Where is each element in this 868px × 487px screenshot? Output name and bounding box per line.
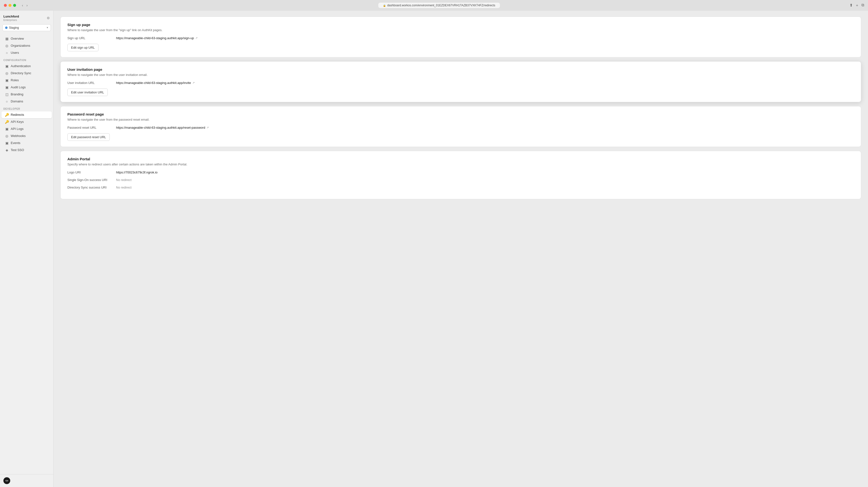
sign-up-url-field: Sign up URL https://manageable-child-63-… [67,36,854,40]
sidebar-nav: ▦ Overview ◎ Organizations ○ Users CONFI… [0,34,53,474]
sidebar: Lunchford Enterprises ⚙ Staging ▾ ▦ Over… [0,11,54,487]
sso-success-field: Single Sign-On success URI No redirect [67,178,854,182]
browser-nav: ‹ › [21,3,28,8]
user-invitation-url-field: User invitation URL https://manageable-c… [67,81,854,85]
card-description: Where to navigate the user from the pass… [67,118,854,121]
sidebar-item-label: Test SSO [11,148,24,152]
redirects-icon: 🔑 [5,113,9,117]
user-invitation-page-card: User invitation page Where to navigate t… [60,61,861,102]
close-button[interactable] [4,4,7,7]
lock-icon: 🔒 [383,4,386,7]
settings-icon[interactable]: ⚙ [47,16,50,20]
sidebar-item-webhooks[interactable]: ◎ Webhooks [1,132,52,140]
authentication-icon: ▣ [5,64,9,68]
sidebar-item-label: Redirects [11,113,24,117]
domains-icon: ○ [5,99,9,103]
sidebar-item-test-sso[interactable]: ◈ Test SSO [1,147,52,153]
traffic-lights [4,4,16,7]
field-value: https://manageable-child-63-staging.auth… [116,126,209,129]
field-label: Password reset URL [67,126,116,129]
external-link-icon[interactable]: ↗ [207,126,209,129]
card-description: Where to navigate the user from the user… [67,73,854,77]
card-title: Sign up page [67,23,854,27]
external-link-icon[interactable]: ↗ [195,36,197,40]
user-invitation-url-value: https://manageable-child-63-staging.auth… [116,81,191,85]
logo-uri-link[interactable]: https://70023c679c3f.ngrok.io [116,171,158,174]
admin-portal-card: Admin Portal Specify where to redirect u… [60,151,861,199]
field-value: https://70023c679c3f.ngrok.io [116,171,158,174]
edit-sign-up-url-button[interactable]: Edit sign up URL [67,44,98,51]
organizations-icon: ◎ [5,44,9,48]
workos-logo: <> [3,477,10,484]
forward-button[interactable]: › [26,3,29,8]
card-title: User invitation page [67,67,854,71]
sidebar-item-label: Domains [11,99,23,103]
card-description: Specify where to redirect users after ce… [67,162,854,166]
company-logo: Lunchford Enterprises [3,14,19,22]
users-icon: ○ [5,51,9,55]
directory-sync-icon: ◎ [5,71,9,75]
sidebar-item-redirects[interactable]: 🔑 Redirects [1,112,52,118]
environment-selector[interactable]: Staging ▾ [2,24,51,31]
password-reset-page-card: Password reset page Where to navigate th… [60,106,861,147]
sidebar-item-users[interactable]: ○ Users [1,50,52,56]
sidebar-item-organizations[interactable]: ◎ Organizations [1,42,52,49]
sidebar-item-branding[interactable]: ◫ Branding [1,91,52,98]
sidebar-item-label: Audit Logs [11,85,26,89]
browser-chrome: ‹ › 🔒 dashboard.workos.com/environment_0… [0,0,868,11]
minimize-button[interactable] [8,4,11,7]
sidebar-item-label: API Keys [11,120,24,124]
logo-icon: <> [5,480,8,482]
audit-logs-icon: ▣ [5,85,9,89]
branding-icon: ◫ [5,92,9,96]
field-value: https://manageable-child-63-staging.auth… [116,36,197,40]
sidebar-item-directory-sync[interactable]: ◎ Directory Sync [1,70,52,77]
directory-sync-success-value: No redirect [116,186,132,189]
chevron-down-icon: ▾ [47,26,48,29]
sidebar-item-roles[interactable]: ▣ Roles [1,77,52,84]
sidebar-footer: <> [0,474,53,487]
events-icon: ▣ [5,141,9,145]
edit-user-invitation-url-button[interactable]: Edit user invitation URL [67,89,108,96]
card-title: Password reset page [67,112,854,116]
sidebar-item-api-keys[interactable]: 🔑 API Keys [1,119,52,125]
company-sub: Enterprises [3,19,19,22]
external-link-icon[interactable]: ↗ [192,81,195,84]
address-bar[interactable]: 🔒 dashboard.workos.com/environment_01EZD… [378,3,500,8]
sign-up-page-card: Sign up page Where to navigate the user … [60,17,861,57]
card-description: Where to navigate the user from the "sig… [67,28,854,32]
config-section-label: CONFIGURATION [0,56,53,62]
api-keys-icon: 🔑 [5,120,9,124]
sidebar-item-label: Directory Sync [11,71,31,75]
sidebar-item-domains[interactable]: ○ Domains [1,98,52,105]
logo-uri-field: Logo URI https://70023c679c3f.ngrok.io [67,171,854,174]
sidebar-item-label: Authentication [11,64,31,68]
field-label: Single Sign-On success URI [67,178,116,182]
field-label: Logo URI [67,171,116,174]
overview-icon: ▦ [5,37,9,41]
url-text: dashboard.workos.com/environment_01EZDEX… [387,4,495,7]
back-button[interactable]: ‹ [21,3,24,8]
sidebar-item-events[interactable]: ▣ Events [1,140,52,147]
share-icon[interactable]: ⬆ [849,3,853,8]
tabs-icon[interactable]: ⧉ [862,3,864,8]
sidebar-item-authentication[interactable]: ▣ Authentication [1,63,52,69]
roles-icon: ▣ [5,78,9,82]
maximize-button[interactable] [13,4,16,7]
sidebar-item-audit-logs[interactable]: ▣ Audit Logs [1,84,52,91]
sign-up-url-value: https://manageable-child-63-staging.auth… [116,36,194,40]
test-sso-icon: ◈ [5,148,9,152]
field-label: Directory Sync success URI [67,186,116,189]
env-indicator [5,27,7,29]
new-tab-icon[interactable]: ＋ [855,3,859,8]
password-reset-url-value: https://manageable-child-63-staging.auth… [116,126,205,129]
sidebar-item-label: Events [11,141,21,145]
edit-password-reset-url-button[interactable]: Edit password reset URL [67,133,110,141]
sidebar-item-label: Overview [11,37,24,40]
sidebar-item-label: Branding [11,92,23,96]
sidebar-item-api-logs[interactable]: ▣ API Logs [1,125,52,132]
company-name: Lunchford [3,14,19,19]
sidebar-item-overview[interactable]: ▦ Overview [1,35,52,42]
sidebar-header: Lunchford Enterprises ⚙ [0,11,53,24]
main-content: Sign up page Where to navigate the user … [54,11,868,487]
